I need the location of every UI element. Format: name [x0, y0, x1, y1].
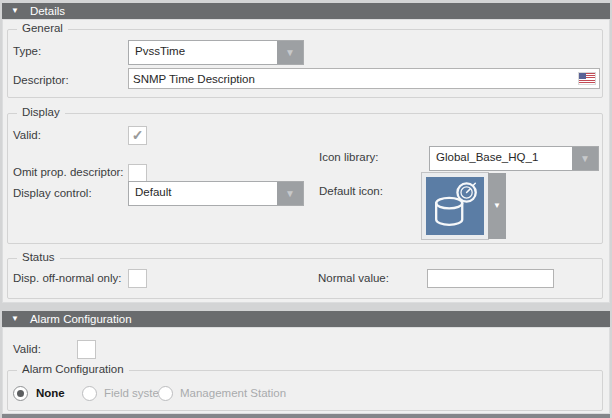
radio-none[interactable]: [13, 386, 28, 401]
dropdown-arrow-icon: ▼: [285, 189, 295, 199]
descriptor-input[interactable]: [128, 68, 600, 89]
next-section-edge: [2, 414, 610, 418]
alarm-section-body: Valid: Alarm Configuration None Field sy…: [2, 327, 610, 414]
display-groupbox: Display: [7, 113, 603, 244]
default-icon-dropdown-button[interactable]: ▼: [488, 173, 506, 239]
icon-library-value: Global_Base_HQ_1: [430, 147, 572, 170]
general-legend: General: [17, 22, 68, 34]
icon-library-dropdown-button[interactable]: ▼: [572, 147, 598, 170]
us-flag-canton: [579, 73, 586, 79]
display-valid-checkbox[interactable]: ✓: [128, 126, 147, 145]
details-section-title: Details: [30, 5, 65, 17]
descriptor-label: Descriptor:: [13, 74, 69, 86]
icon-library-label: Icon library:: [319, 151, 378, 163]
type-label: Type:: [13, 45, 41, 57]
checkmark-icon: ✓: [132, 128, 144, 142]
type-dropdown-button[interactable]: ▼: [277, 41, 303, 64]
details-section-body: General Type: PvssTime ▼ Descriptor: Dis…: [2, 19, 610, 303]
alarm-valid-checkbox[interactable]: [77, 340, 96, 359]
radio-field-system[interactable]: [82, 386, 97, 401]
display-control-value: Default: [129, 182, 277, 205]
collapse-arrow-icon[interactable]: ▼: [11, 315, 19, 323]
dropdown-arrow-icon: ▼: [285, 48, 295, 58]
radio-management-station[interactable]: [158, 386, 173, 401]
default-icon-label: Default icon:: [319, 185, 383, 197]
normal-value-input[interactable]: [427, 269, 554, 288]
details-section-header[interactable]: ▼ Details: [2, 3, 610, 19]
type-dropdown-value: PvssTime: [129, 41, 277, 64]
normal-value-label: Normal value:: [318, 272, 389, 284]
radio-selected-dot: [17, 390, 24, 397]
default-icon-preview[interactable]: [422, 173, 488, 239]
display-legend: Display: [17, 106, 65, 118]
disp-off-normal-checkbox[interactable]: [128, 269, 147, 288]
dropdown-arrow-icon: ▼: [493, 202, 501, 210]
radio-management-station-label: Management Station: [180, 387, 286, 399]
type-dropdown[interactable]: PvssTime ▼: [128, 40, 304, 65]
alarm-section-title: Alarm Configuration: [30, 313, 132, 325]
alarm-config-legend: Alarm Configuration: [17, 363, 129, 375]
database-clock-icon: [427, 178, 483, 234]
alarm-valid-label: Valid:: [13, 343, 41, 355]
display-control-label: Display control:: [13, 187, 92, 199]
display-valid-label: Valid:: [13, 129, 41, 141]
dropdown-arrow-icon: ▼: [580, 154, 590, 164]
display-control-dropdown-button[interactable]: ▼: [277, 182, 303, 205]
icon-library-dropdown[interactable]: Global_Base_HQ_1 ▼: [429, 146, 599, 171]
property-panel: ▼ Details General Type: PvssTime ▼ Descr…: [0, 0, 612, 418]
display-control-dropdown[interactable]: Default ▼: [128, 181, 304, 206]
status-legend: Status: [17, 251, 60, 263]
collapse-arrow-icon[interactable]: ▼: [11, 7, 19, 15]
us-flag-icon[interactable]: [579, 73, 595, 84]
radio-none-label: None: [36, 387, 65, 399]
omit-descriptor-label: Omit prop. descriptor:: [13, 166, 124, 178]
alarm-section-header[interactable]: ▼ Alarm Configuration: [2, 311, 610, 327]
disp-off-normal-label: Disp. off-normal only:: [13, 272, 121, 284]
